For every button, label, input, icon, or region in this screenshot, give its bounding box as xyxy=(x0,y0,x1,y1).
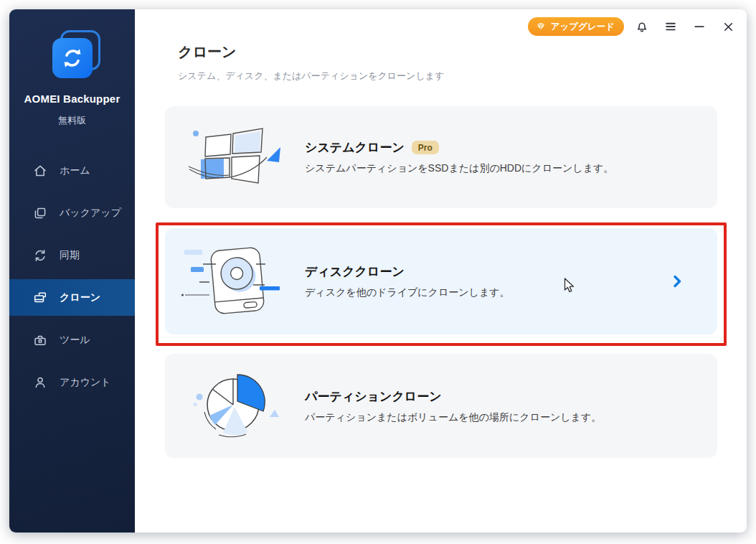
disk-drive-illustration xyxy=(176,235,305,328)
card-description: ディスクを他のドライブにクローンします。 xyxy=(305,286,717,299)
app-window: AOMEI Backupper 無料版 ホーム バックアップ xyxy=(9,9,747,533)
card-description: システムパーティションをSSDまたは別のHDDにクローンします。 xyxy=(305,162,717,175)
card-title: パーティションクローン xyxy=(305,388,442,405)
sidebar-item-home[interactable]: ホーム xyxy=(9,152,135,189)
backup-icon xyxy=(33,206,47,220)
windows-logo-illustration xyxy=(176,113,305,202)
account-icon xyxy=(33,375,47,390)
sidebar-item-label: バックアップ xyxy=(60,207,121,220)
card-system-clone[interactable]: システムクローン Pro システムパーティションをSSDまたは別のHDDにクロー… xyxy=(165,106,717,208)
app-menu-button[interactable] xyxy=(660,17,681,37)
gem-icon xyxy=(535,21,547,32)
sidebar-item-label: ホーム xyxy=(60,164,90,177)
sidebar-item-backup[interactable]: バックアップ xyxy=(9,194,135,231)
page-title: クローン xyxy=(178,42,444,62)
sidebar: AOMEI Backupper 無料版 ホーム バックアップ xyxy=(9,9,135,533)
notifications-button[interactable] xyxy=(631,17,653,37)
card-text: システムクローン Pro システムパーティションをSSDまたは別のHDDにクロー… xyxy=(305,139,717,175)
card-description: パーティションまたはボリュームを他の場所にクローンします。 xyxy=(305,411,717,424)
sync-icon xyxy=(33,248,47,263)
sidebar-menu: ホーム バックアップ 同期 xyxy=(9,152,135,406)
clone-icon xyxy=(33,291,47,305)
sidebar-item-sync[interactable]: 同期 xyxy=(9,237,135,273)
app-branding: AOMEI Backupper 無料版 xyxy=(9,38,135,127)
sync-arrows-icon xyxy=(52,38,93,78)
main-panel: アップグレード xyxy=(135,9,747,533)
titlebar-controls: アップグレード xyxy=(528,17,739,37)
card-text: ディスククローン ディスクを他のドライブにクローンします。 xyxy=(305,263,717,299)
sidebar-item-tools[interactable]: ツール xyxy=(9,322,135,358)
sidebar-item-label: 同期 xyxy=(60,249,80,262)
close-button[interactable] xyxy=(717,17,739,37)
app-name: AOMEI Backupper xyxy=(9,93,135,105)
card-disk-clone[interactable]: ディスククローン ディスクを他のドライブにクローンします。 xyxy=(165,228,717,334)
tools-icon xyxy=(33,333,47,347)
sidebar-item-clone[interactable]: クローン xyxy=(9,279,135,316)
sidebar-item-account[interactable]: アカウント xyxy=(9,364,135,400)
app-logo xyxy=(52,38,93,78)
card-text: パーティションクローン パーティションまたはボリュームを他の場所にクローンします… xyxy=(305,388,717,424)
sidebar-item-label: クローン xyxy=(60,291,100,304)
sidebar-item-label: ツール xyxy=(60,334,90,347)
minimize-icon xyxy=(692,19,707,34)
close-icon xyxy=(722,20,735,34)
bell-icon xyxy=(635,19,649,34)
pro-badge: Pro xyxy=(412,141,439,154)
app-edition: 無料版 xyxy=(9,114,135,127)
page-header: クローン システム、ディスク、またはパーティションをクローンします xyxy=(178,42,444,83)
chevron-right-icon[interactable] xyxy=(671,275,683,288)
sidebar-item-label: アカウント xyxy=(60,376,111,389)
card-title: ディスククローン xyxy=(305,263,405,280)
upgrade-button[interactable]: アップグレード xyxy=(528,17,624,36)
menu-icon xyxy=(663,19,678,34)
desktop-background: AOMEI Backupper 無料版 ホーム バックアップ xyxy=(0,0,756,544)
page-subtitle: システム、ディスク、またはパーティションをクローンします xyxy=(178,70,444,83)
pie-chart-illustration xyxy=(176,360,305,453)
upgrade-label: アップグレード xyxy=(551,21,615,33)
card-partition-clone[interactable]: パーティションクローン パーティションまたはボリュームを他の場所にクローンします… xyxy=(165,354,717,458)
home-icon xyxy=(33,164,47,178)
minimize-button[interactable] xyxy=(689,17,710,37)
card-title: システムクローン xyxy=(305,139,405,156)
